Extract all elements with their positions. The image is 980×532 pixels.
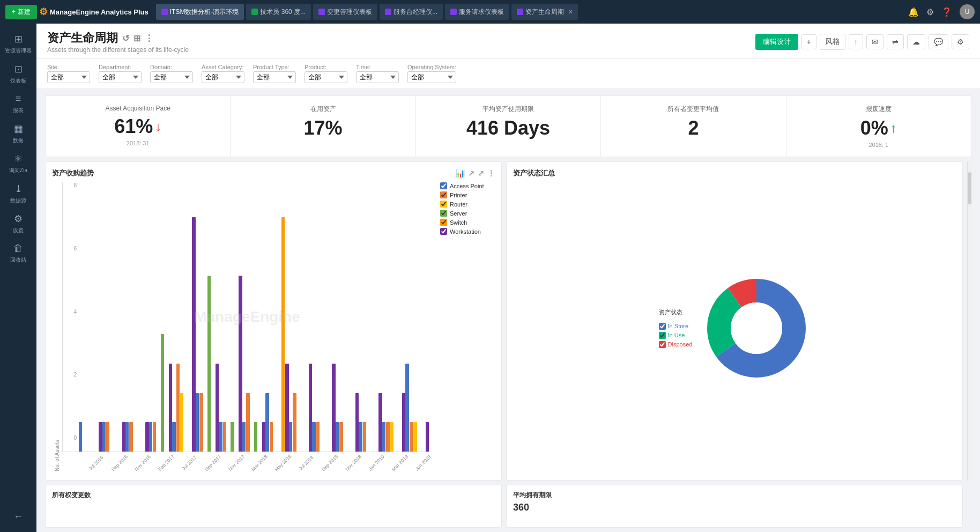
bar-0-0 (79, 422, 82, 452)
donut-chart-title: 资产状态汇总 (513, 168, 956, 178)
donut-legend-in-use: In Use (659, 332, 693, 339)
sidebar-item-report[interactable]: ≡报表 (2, 89, 34, 119)
fullscreen-icon[interactable]: ⤢ (478, 169, 484, 178)
bar-3-1 (153, 422, 156, 452)
sidebar-item-data[interactable]: ▦数据 (2, 119, 34, 149)
nav-tab-asset[interactable]: 资产生命周期× (511, 4, 578, 20)
kpi-value-acquisition: 61%↓ (56, 115, 219, 138)
help-icon[interactable]: ❓ (941, 7, 952, 17)
filter-select-product_type[interactable]: 全部 (253, 71, 296, 83)
legend-checkbox-Access Point[interactable] (440, 182, 447, 189)
sidebar-item-asset-mgmt[interactable]: ⊞资源管理器 (2, 29, 34, 59)
settings-button[interactable]: ⚙ (952, 34, 969, 49)
sidebar-icon-report: ≡ (16, 93, 21, 105)
bar-group-8 (265, 188, 289, 452)
filter-asset_category: Asset Category: 全部 (202, 64, 244, 83)
bar-icon[interactable]: 📊 (456, 169, 465, 178)
mail-button[interactable]: ✉ (866, 34, 884, 49)
legend-item-switch: Switch (440, 219, 495, 226)
disposed-checkbox[interactable] (659, 341, 666, 348)
sidebar-icon-settings: ⚙ (14, 213, 23, 225)
bar-5-1 (199, 393, 203, 452)
donut-container: 资产状态 In Store In Use Disposed (513, 182, 956, 474)
nav-tab-itsm[interactable]: ITSM数据分析-演示环境 (156, 4, 244, 20)
bar-group-0 (79, 188, 102, 452)
sidebar-icon-data: ▦ (14, 123, 23, 135)
bar-9-1 (293, 393, 296, 452)
filter-select-product[interactable]: 全部 (305, 71, 347, 83)
in-use-checkbox[interactable] (659, 332, 666, 339)
filter-select-asset_category[interactable]: 全部 (202, 71, 244, 83)
sidebar-item-dashboard[interactable]: ⊡仪表板 (2, 59, 34, 89)
settings-icon[interactable]: ⚙ (926, 7, 934, 17)
main-content: 资产生命周期 ↺ ⊞ ⋮ Assets through the differen… (36, 24, 980, 532)
bar-13-2 (390, 422, 394, 452)
notification-icon[interactable]: 🔔 (908, 7, 919, 17)
legend-checkbox-Server[interactable] (440, 210, 447, 217)
cloud-button[interactable]: ☁ (907, 34, 925, 49)
share-button[interactable]: ⇌ (887, 34, 904, 49)
style-button[interactable]: 风格 (820, 34, 845, 50)
bar-group-13 (382, 188, 406, 452)
filter-select-os[interactable]: 全部 (407, 71, 456, 83)
tab-icon-asset (517, 9, 523, 15)
legend-checkbox-Workstation[interactable] (440, 228, 447, 235)
top-navigation: + 新建 ⚙ ManageEngine Analytics Plus ITSM数… (0, 0, 980, 24)
export-button[interactable]: ↑ (849, 34, 863, 49)
sidebar-item-trash[interactable]: 🗑回收站 (2, 239, 34, 268)
scrollbar-thumb[interactable] (968, 172, 971, 204)
legend-label: Switch (450, 219, 467, 226)
legend-label: Server (450, 210, 467, 217)
arrow-up-icon: ↑ (890, 121, 897, 136)
user-avatar[interactable]: U (960, 4, 975, 19)
nav-tab-service[interactable]: 服务台经理仪... (380, 4, 443, 20)
sidebar-item-ask[interactable]: ⚛询问Zia (2, 149, 34, 179)
sidebar-icon-dashboard: ⊡ (14, 63, 23, 75)
bar-8-0 (265, 393, 269, 452)
grid-icon[interactable]: ⊞ (133, 33, 140, 43)
kpi-row: Asset Acquisition Pace 61%↓ 2018: 31 在用资… (45, 95, 971, 157)
bar-group-6 (219, 188, 242, 452)
nav-tab-request[interactable]: 服务请求仪表板 (445, 4, 509, 20)
bar-10-0 (312, 422, 315, 452)
sidebar-collapse-button[interactable]: ← (0, 507, 36, 527)
legend-checkbox-Router[interactable] (440, 201, 447, 208)
page-scrollbar[interactable] (967, 161, 971, 481)
edit-design-button[interactable]: 编辑设计 (755, 34, 798, 50)
brand-icon: ⚙ (39, 6, 48, 18)
sidebar-label-data: 数据 (13, 137, 24, 144)
legend-label: Router (450, 201, 467, 208)
brand-name: ManageEngine Analytics Plus (50, 8, 149, 16)
bar-14-2 (413, 422, 417, 452)
bar-7-3 (254, 422, 257, 452)
in-store-checkbox[interactable] (659, 323, 666, 330)
avg-hold-value: 360 (513, 502, 956, 513)
bar-11-1 (339, 422, 343, 452)
sidebar-item-datasource[interactable]: ⤓数据源 (2, 179, 34, 209)
bar-group-3 (149, 188, 173, 452)
legend-checkbox-Switch[interactable] (440, 219, 447, 226)
nav-tab-change[interactable]: 变更管理仪表板 (313, 4, 377, 20)
more-icon[interactable]: ⋮ (145, 33, 153, 43)
kpi-card-avg_life: 平均资产使用期限 416 Days (416, 96, 601, 157)
tab-icon-itsm (161, 9, 168, 15)
nav-tab-tech[interactable]: 技术员 360 度... (246, 4, 311, 20)
comment-button[interactable]: 💬 (929, 34, 948, 49)
filter-select-time[interactable]: 全部 (356, 71, 399, 83)
expand-icon[interactable]: ↗ (468, 169, 474, 178)
sidebar-item-settings[interactable]: ⚙设置 (2, 209, 34, 239)
tab-close-asset[interactable]: × (568, 8, 573, 16)
bar-13-1 (386, 422, 389, 452)
filter-select-domain[interactable]: 全部 (150, 71, 193, 83)
bar-8-1 (270, 422, 273, 452)
filter-select-department[interactable]: 全部 (99, 71, 142, 83)
kpi-value-active: 17% (241, 117, 404, 139)
refresh-icon[interactable]: ↺ (122, 33, 129, 43)
filter-label-product_type: Product Type: (253, 64, 296, 70)
add-widget-button[interactable]: + (801, 34, 816, 49)
legend-checkbox-Printer[interactable] (440, 191, 447, 198)
filter-site: Site: 全部 (47, 64, 90, 83)
new-button[interactable]: + 新建 (5, 5, 37, 19)
filter-select-site[interactable]: 全部 (47, 71, 90, 83)
chart-more-icon[interactable]: ⋮ (487, 169, 495, 178)
